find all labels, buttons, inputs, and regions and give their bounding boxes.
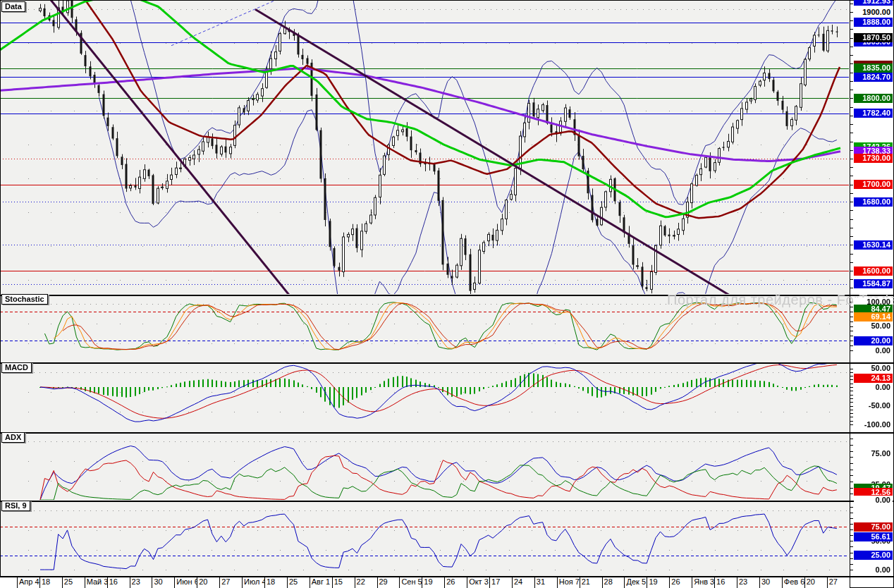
- date-label: Ноя 7: [557, 577, 580, 588]
- trading-terminal-window: Портал для трейдеров - ForTrader.ru Data…: [0, 0, 894, 588]
- date-label: Окт 3: [467, 577, 489, 588]
- axis-label-1584.87: 1584.87: [854, 279, 893, 288]
- date-label: 23: [130, 577, 152, 588]
- date-label: 18: [264, 577, 287, 588]
- axis-label-1600.00: 1600.00: [854, 267, 893, 276]
- date-label: 31: [534, 577, 557, 588]
- date-label: Июл 4: [242, 577, 264, 588]
- axis-label-0.00: 0.00: [854, 346, 893, 355]
- axis-label-75.00: 75.00: [854, 449, 893, 458]
- axis-label-1800.00: 1800.00: [854, 94, 893, 103]
- date-label: 24: [512, 577, 534, 588]
- date-label: Июн 6: [174, 577, 197, 588]
- axis-label-1900.00: 1900.00: [854, 8, 893, 17]
- panel-label-rsi[interactable]: RSI, 9: [1, 501, 30, 511]
- date-label: 27: [219, 577, 242, 588]
- axis-label-50.00: 50.00: [854, 364, 893, 373]
- panel-label-stoch[interactable]: Stochastic: [1, 294, 48, 305]
- date-label: 22: [355, 577, 377, 588]
- date-label: 26: [669, 577, 692, 588]
- date-label: 27: [827, 577, 850, 588]
- axis-label-1835.00: 1835.00: [854, 63, 893, 73]
- time-axis[interactable]: Апр 41825Май 3162330Июн 62027Июл 41825Ав…: [0, 577, 850, 588]
- axis-label-0.00: 0.00: [854, 496, 893, 505]
- axis-label-50.00: 50.00: [854, 321, 893, 331]
- axis-label-1782.40: 1782.40: [854, 109, 893, 118]
- axis-label-1730.00: 1730.00: [854, 154, 893, 163]
- axis-label-20.00: 20.00: [854, 336, 893, 345]
- date-label: 20: [197, 577, 219, 588]
- date-label: 16: [107, 577, 130, 588]
- axis-label-1888.00: 1888.00: [854, 18, 893, 27]
- date-label: Май 3: [85, 577, 107, 588]
- axis-label-56.61: 56.61: [854, 532, 893, 541]
- date-label: 21: [580, 577, 602, 588]
- axis-label-75.00: 75.00: [854, 522, 893, 532]
- date-label: 25: [287, 577, 310, 588]
- date-label: 23: [737, 577, 759, 588]
- date-label: Фев 6: [782, 577, 804, 588]
- time-axis-spacer: [0, 577, 17, 588]
- axis-label-25.00: 25.00: [854, 551, 893, 560]
- date-label: Авг 1: [310, 577, 332, 588]
- axis-label-1824.70: 1824.70: [854, 73, 893, 82]
- axis-label-0.00: 0.00: [854, 383, 893, 392]
- date-label: 18: [39, 577, 62, 588]
- axis-label--100.00: -100.00: [854, 420, 893, 429]
- panel-label-main[interactable]: Data: [1, 1, 25, 12]
- panel-label-adx[interactable]: ADX: [1, 432, 25, 443]
- date-label: 26: [444, 577, 467, 588]
- axis-label-1700.00: 1700.00: [854, 180, 893, 189]
- axis-label-24.13: 24.13: [854, 374, 893, 383]
- date-label: Апр 4: [17, 577, 39, 588]
- date-label: 16: [714, 577, 737, 588]
- date-label: Дек 5: [624, 577, 647, 588]
- date-label: 15: [332, 577, 355, 588]
- date-label: 17: [489, 577, 512, 588]
- date-label: 25: [62, 577, 85, 588]
- axis-label-1630.14: 1630.14: [854, 240, 893, 250]
- axis-label-69.14: 69.14: [854, 312, 893, 321]
- axis-label-1680.00: 1680.00: [854, 197, 893, 207]
- date-label: 20: [804, 577, 827, 588]
- date-label: 28: [602, 577, 625, 588]
- date-label: Сен 5: [399, 577, 422, 588]
- date-label: 29: [377, 577, 400, 588]
- axis-label-1912.93: 1912.93: [854, 0, 893, 6]
- date-label: 19: [647, 577, 669, 588]
- date-label: 30: [759, 577, 782, 588]
- axis-label-1870.50: 1870.50: [854, 33, 893, 42]
- axis-label--50.00: -50.00: [854, 401, 893, 410]
- axis-label-0.00: 0.00: [854, 565, 893, 575]
- date-label: 30: [152, 577, 174, 588]
- date-label: Янв 3: [692, 577, 714, 588]
- panel-label-macd[interactable]: MACD: [1, 362, 32, 373]
- date-label: 19: [422, 577, 444, 588]
